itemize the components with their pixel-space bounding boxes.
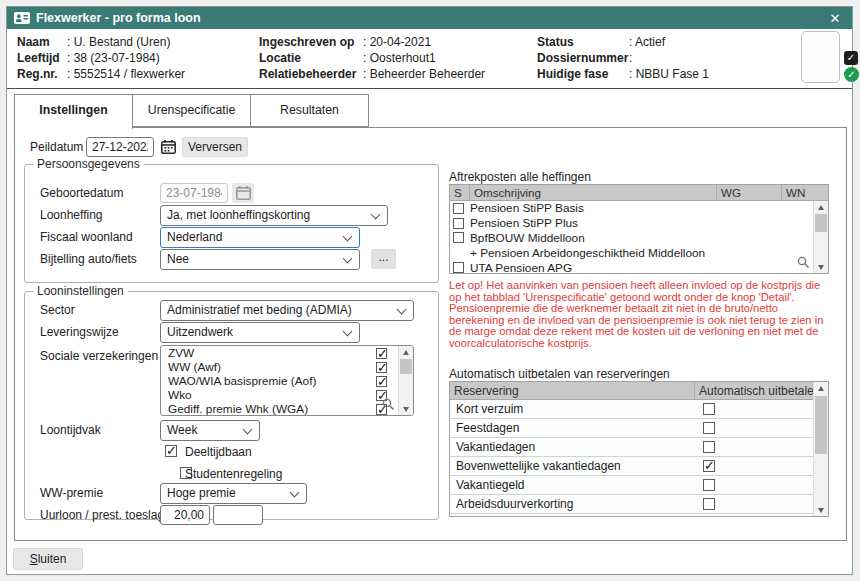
table-row[interactable]: Pensioen StiPP Basis [450, 201, 828, 216]
fiscaal-woonland-value: Nederland [167, 230, 222, 244]
header-column-3: StatusActief Dossiernummer Huidige faseN… [537, 34, 709, 82]
row-label: Vakantiedagen [450, 440, 535, 454]
list-item-checkbox[interactable] [376, 376, 387, 387]
ww-premie-value: Hoge premie [167, 486, 236, 500]
table-row[interactable]: Bovenwettelijke vakantiedagen [450, 457, 828, 476]
scroll-down-icon[interactable] [818, 265, 824, 270]
loonheffing-select[interactable]: Ja, met loonheffingskorting [160, 205, 388, 226]
table-row[interactable]: Vakantiegeld [450, 476, 828, 495]
table-row[interactable]: Feestdagen [450, 419, 828, 438]
table-row[interactable]: BpfBOUW Middelloon [450, 231, 828, 246]
row-checkbox[interactable] [703, 441, 715, 453]
peildatum-calendar-icon[interactable] [157, 137, 179, 157]
ingeschreven-value: 20-04-2021 [363, 34, 431, 50]
regnr-label: Reg.nr. [17, 66, 67, 82]
row-checkbox[interactable] [453, 203, 464, 214]
scroll-up-icon[interactable] [818, 386, 824, 391]
close-icon[interactable]: ✕ [818, 7, 852, 29]
loontijdvak-value: Week [167, 423, 197, 437]
relatiebeheerder-label: Relatiebeheerder [259, 66, 363, 82]
sector-select[interactable]: Administratief met beding (ADMIA) [160, 300, 414, 321]
tab-resultaten[interactable]: Resultaten [250, 94, 369, 127]
loonheffing-value: Ja, met loonheffingskorting [167, 208, 310, 222]
table-row[interactable]: Kort verzuim [450, 400, 828, 419]
table-row[interactable]: + Pensioen Arbeidongeschiktheid Middello… [450, 245, 828, 260]
locatie-label: Locatie [259, 50, 363, 66]
table-scrollbar[interactable] [813, 382, 828, 516]
bijtelling-label: Bijtelling auto/fiets [40, 249, 137, 269]
scroll-up-icon[interactable] [818, 205, 824, 210]
table-row[interactable]: Arbeidsduurverkorting [450, 495, 828, 514]
status-ok-icon: ✓ [844, 67, 859, 82]
scroll-down-icon[interactable] [403, 407, 409, 412]
list-item[interactable]: WW (Awf) [161, 360, 413, 374]
naam-label: Naam [17, 34, 67, 50]
locatie-value: Oosterhout1 [363, 50, 436, 66]
table-row[interactable] [450, 514, 828, 517]
chevron-down-icon [397, 305, 407, 315]
scroll-thumb[interactable] [815, 396, 827, 454]
list-item[interactable]: Wko [161, 388, 413, 402]
bijtelling-select[interactable]: Nee [160, 249, 360, 270]
deeltijdbaan-checkbox[interactable] [165, 445, 177, 457]
scroll-up-icon[interactable] [403, 350, 409, 355]
dossiernummer-value [629, 50, 636, 66]
sociale-verzekeringen-list[interactable]: ZVW WW (Awf) WAO/WIA basispremie (Aof) W… [160, 345, 414, 416]
titlebar: Flexwerker - pro forma loon ✕ [7, 7, 852, 29]
photo-placeholder[interactable] [801, 31, 840, 83]
list-item-checkbox[interactable] [376, 362, 387, 373]
verversen-button[interactable]: Verversen [182, 137, 248, 157]
prestatie-toeslag-input[interactable] [213, 505, 263, 525]
loontijdvak-label: Loontijdvak [40, 420, 101, 440]
row-checkbox[interactable] [453, 218, 464, 229]
table-row[interactable]: UTA Pensioen APG [450, 260, 828, 274]
reserveringen-table: Reservering Automatisch uitbetalen Kort … [449, 381, 829, 517]
table-scrollbar[interactable] [813, 201, 828, 273]
row-checkbox[interactable] [703, 422, 715, 434]
ww-premie-select[interactable]: Hoge premie [160, 483, 307, 504]
row-checkbox[interactable] [703, 479, 715, 491]
uurloon-input[interactable] [160, 505, 210, 525]
geboortedatum-calendar-icon [232, 183, 254, 203]
list-item[interactable]: WAO/WIA basispremie (Aof) [161, 374, 413, 388]
scroll-thumb[interactable] [400, 359, 412, 374]
peildatum-input[interactable] [86, 137, 154, 157]
list-item-checkbox[interactable] [376, 348, 387, 359]
row-checkbox[interactable] [703, 498, 715, 510]
header-checkbox[interactable]: ✓ [844, 51, 858, 65]
scroll-down-icon[interactable] [818, 508, 824, 513]
loontijdvak-select[interactable]: Week [160, 420, 260, 441]
row-label: Pensioen StiPP Basis [464, 201, 584, 215]
row-checkbox[interactable] [453, 262, 464, 273]
regnr-value: 5552514 / flexwerker [67, 66, 185, 82]
scroll-thumb[interactable] [815, 214, 827, 232]
bijtelling-more-button[interactable]: ... [371, 249, 396, 269]
dialog-window: Flexwerker - pro forma loon ✕ NaamU. Bes… [6, 6, 853, 575]
row-label: Arbeidsduurverkorting [450, 497, 573, 511]
table-row[interactable]: Vakantiedagen [450, 438, 828, 457]
verversen-label: Verversen [188, 140, 242, 154]
row-checkbox[interactable] [453, 232, 464, 243]
list-item[interactable]: ZVW [161, 346, 413, 360]
list-scrollbar[interactable] [398, 346, 413, 415]
list-item-label: Gediff. premie Whk (WGA) [168, 402, 308, 416]
search-icon[interactable] [797, 256, 810, 272]
fiscaal-woonland-select[interactable]: Nederland [160, 227, 360, 248]
leveringswijze-select[interactable]: Uitzendwerk [160, 322, 360, 343]
list-item[interactable]: Gediff. premie Whk (WGA) [161, 402, 413, 416]
sluiten-button[interactable]: Sluiten [13, 548, 83, 570]
window-title: Flexwerker - pro forma loon [36, 11, 201, 25]
header-column-1: NaamU. Bestand (Uren) Leeftijd38 (23-07-… [17, 34, 185, 82]
fiscaal-woonland-label: Fiscaal woonland [40, 227, 133, 247]
tab-urenspecificatie[interactable]: Urenspecificatie [132, 94, 251, 127]
row-checkbox[interactable] [703, 460, 715, 472]
tab-urenspecificatie-label: Urenspecificatie [148, 103, 235, 117]
row-label: Bovenwettelijke vakantiedagen [450, 459, 621, 473]
tab-instellingen[interactable]: Instellingen [14, 94, 133, 129]
table-row[interactable]: Pensioen StiPP Plus [450, 216, 828, 231]
leeftijd-value: 38 (23-07-1984) [67, 50, 160, 66]
col-wg: WG [717, 185, 782, 200]
row-checkbox[interactable] [703, 403, 715, 415]
search-icon[interactable] [382, 398, 395, 414]
looninstellingen-legend: Looninstellingen [33, 284, 128, 298]
